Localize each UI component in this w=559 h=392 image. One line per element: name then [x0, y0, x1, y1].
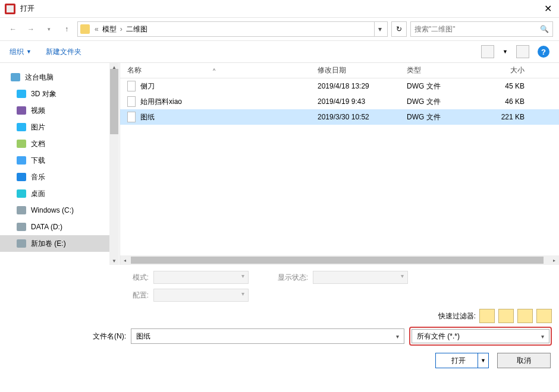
sidebar-item[interactable]: 下载 [0, 152, 109, 169]
file-size: 221 KB [483, 113, 536, 121]
chevron-down-icon: ▼ [26, 49, 32, 55]
pc-icon [11, 73, 20, 81]
quick-filter-button-1[interactable] [479, 309, 495, 323]
config-row: 模式: 配置: 显示状态: [0, 265, 559, 304]
file-name-label: 文件名(N): [7, 331, 126, 342]
breadcrumb-part[interactable]: 二维图 [125, 24, 149, 34]
file-icon [127, 96, 136, 107]
quick-filter-button-4[interactable] [536, 309, 552, 323]
sidebar-item-label: 音乐 [31, 172, 45, 182]
file-icon [127, 81, 136, 91]
new-folder-button[interactable]: 新建文件夹 [46, 47, 81, 57]
nav-row: ← → ▾ ↑ « 模型 › 二维图 ▾ ↻ 搜索"二维图" 🔍 [0, 18, 559, 40]
sidebar-item-label: 下载 [31, 156, 45, 166]
column-date[interactable]: 修改日期 [310, 65, 400, 75]
cancel-button[interactable]: 取消 [497, 353, 551, 368]
config-label: 配置: [121, 290, 149, 301]
file-type: DWG 文件 [400, 97, 483, 107]
forward-button[interactable]: → [24, 22, 38, 36]
display-combo [313, 271, 408, 284]
file-row[interactable]: 图纸2019/3/30 10:52DWG 文件221 KB [120, 109, 559, 125]
file-type-combo[interactable]: 所有文件 (*.*) ▾ [412, 329, 549, 343]
back-button[interactable]: ← [6, 22, 20, 36]
sidebar-item-label: 文档 [31, 139, 45, 149]
chevron-down-icon[interactable]: ▼ [503, 49, 508, 55]
close-button[interactable]: ✕ [542, 3, 554, 14]
bottom-bar: 快速过滤器: 文件名(N): 图纸 ▾ 所有文件 (*.*) ▾ 打开 ▼ 取消 [0, 304, 559, 375]
sort-indicator-icon: ^ [213, 68, 215, 74]
sidebar-item[interactable]: DATA (D:) [0, 219, 109, 235]
column-size[interactable]: 大小 [483, 65, 536, 75]
breadcrumb-dropdown[interactable]: ▾ [374, 22, 385, 36]
sidebar-item[interactable]: 音乐 [0, 169, 109, 185]
scroll-left-icon[interactable]: ◂ [120, 258, 130, 263]
action-row: 打开 ▼ 取消 [7, 353, 552, 368]
file-row[interactable]: 始用挡料xiao2019/4/19 9:43DWG 文件46 KB [120, 94, 559, 109]
refresh-button[interactable]: ↻ [391, 21, 407, 37]
tree-item-icon [17, 106, 26, 115]
file-type-highlight: 所有文件 (*.*) ▾ [409, 327, 552, 346]
sidebar-item[interactable]: 新加卷 (E:) [0, 235, 109, 252]
quick-filter-row: 快速过滤器: [7, 309, 552, 323]
file-type: DWG 文件 [400, 112, 483, 122]
tree-item-icon [17, 90, 26, 98]
folder-icon [80, 24, 90, 34]
file-list-header: 名称 ^ 修改日期 类型 大小 [120, 63, 559, 78]
sidebar-item[interactable]: 视频 [0, 102, 109, 119]
recent-dropdown[interactable]: ▾ [42, 22, 56, 36]
sidebar-item-label: Windows (C:) [31, 206, 74, 214]
sidebar-item[interactable]: 文档 [0, 135, 109, 152]
preview-toggle-button[interactable] [516, 45, 529, 58]
file-name-value: 图纸 [136, 331, 150, 342]
organize-button[interactable]: 组织 ▼ [10, 47, 32, 57]
file-type: DWG 文件 [400, 81, 483, 91]
split-pane: 这台电脑 3D 对象视频图片文档下载音乐桌面Windows (C:)DATA (… [0, 63, 559, 265]
tree-item-icon [17, 239, 26, 248]
scroll-thumb[interactable] [110, 69, 118, 134]
open-button[interactable]: 打开 ▼ [435, 353, 489, 368]
sidebar-root[interactable]: 这台电脑 [0, 69, 109, 86]
sidebar-item[interactable]: 桌面 [0, 185, 109, 202]
up-button[interactable]: ↑ [59, 22, 74, 36]
file-date: 2019/4/18 13:29 [310, 82, 400, 90]
breadcrumb[interactable]: « 模型 › 二维图 ▾ [77, 21, 388, 37]
toolbar: 组织 ▼ 新建文件夹 ▼ ? [0, 40, 559, 63]
sidebar-item-label: 图片 [31, 122, 45, 132]
sidebar-item-label: 3D 对象 [31, 89, 56, 99]
sidebar-item[interactable]: 图片 [0, 119, 109, 135]
file-date: 2019/3/30 10:52 [310, 113, 400, 121]
help-icon[interactable]: ? [538, 46, 549, 58]
sidebar-scrollbar[interactable]: ▲ ▼ [109, 63, 120, 265]
view-options-button[interactable] [481, 45, 494, 58]
sidebar-item[interactable]: 3D 对象 [0, 86, 109, 102]
file-date: 2019/4/19 9:43 [310, 97, 400, 106]
file-row[interactable]: 侧刀2019/4/18 13:29DWG 文件45 KB [120, 78, 559, 94]
chevron-down-icon: ▾ [541, 333, 544, 340]
file-name-row: 文件名(N): 图纸 ▾ 所有文件 (*.*) ▾ [7, 327, 552, 346]
file-name-input[interactable]: 图纸 ▾ [131, 328, 404, 344]
file-icon [127, 112, 136, 122]
scroll-thumb[interactable] [131, 257, 544, 264]
sidebar-item[interactable]: Windows (C:) [0, 202, 109, 219]
tree-item-icon [17, 173, 26, 181]
open-split-dropdown[interactable]: ▼ [478, 353, 488, 368]
tree-item-icon [17, 189, 26, 198]
column-name[interactable]: 名称 ^ [120, 65, 310, 75]
mode-label: 模式: [121, 273, 149, 283]
file-name: 侧刀 [140, 81, 155, 91]
quick-filter-button-3[interactable] [517, 309, 533, 323]
sidebar-item-label: 桌面 [31, 189, 45, 199]
search-placeholder: 搜索"二维图" [414, 24, 456, 34]
breadcrumb-part[interactable]: 模型 [101, 24, 118, 34]
chevron-down-icon: ▾ [396, 333, 399, 340]
scroll-down-icon[interactable]: ▼ [109, 257, 119, 265]
column-type[interactable]: 类型 [400, 65, 483, 75]
scroll-right-icon[interactable]: ▸ [549, 258, 559, 263]
search-input[interactable]: 搜索"二维图" 🔍 [410, 21, 553, 37]
file-list-hscrollbar[interactable]: ◂ ▸ [120, 255, 559, 265]
tree-item-icon [17, 140, 26, 148]
file-name: 图纸 [140, 112, 155, 122]
sidebar-item-label: DATA (D:) [31, 223, 62, 231]
quick-filter-button-2[interactable] [498, 309, 514, 323]
search-icon: 🔍 [540, 25, 549, 33]
